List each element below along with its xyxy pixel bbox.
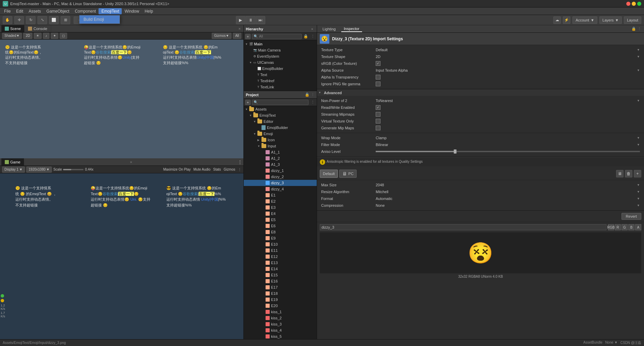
search-bar[interactable]: All — [233, 33, 241, 39]
aniso-slider[interactable] — [376, 151, 640, 152]
transform-tool-btn[interactable]: ⊞ — [61, 16, 70, 24]
menu-emojitext[interactable]: EmojiText — [99, 8, 122, 14]
proj-a1_1[interactable]: A1_1 — [244, 149, 317, 155]
hand-tool-btn[interactable]: ✋ — [3, 16, 12, 24]
audio-toggle[interactable]: ♪ — [43, 33, 49, 39]
proj-e11[interactable]: E11 — [244, 247, 317, 254]
revert-button[interactable]: Revert — [621, 213, 641, 220]
tab-game[interactable]: Game — [1, 158, 24, 165]
2d-toggle[interactable]: 2D — [23, 33, 32, 39]
proj-e15[interactable]: E15 — [244, 272, 317, 278]
hierarchy-options[interactable]: ⋮ — [310, 34, 315, 39]
fx-toggle[interactable]: ✦ — [51, 33, 58, 39]
services-icon[interactable]: ⚡ — [563, 16, 570, 24]
proj-e20[interactable]: E20 — [244, 303, 317, 309]
tab-console[interactable]: Console — [25, 25, 51, 32]
hierarchy-search[interactable]: 🔍 All — [252, 34, 302, 39]
menu-component[interactable]: Component — [72, 8, 99, 14]
proj-e17[interactable]: E17 — [244, 284, 317, 290]
platform-pc-btn[interactable]: 🖥 PC — [339, 170, 357, 178]
tab-lighting[interactable]: Lighting — [320, 26, 339, 32]
proj-dizzy_2[interactable]: dizzy_2 — [244, 174, 317, 180]
srgb-checkbox[interactable]: ✓ — [376, 61, 380, 66]
inspector-options[interactable]: ⋮ — [638, 27, 641, 31]
scene-panel-close[interactable]: × — [237, 27, 242, 31]
hierarchy-lock-icon[interactable]: 🔒 — [303, 34, 309, 39]
project-options[interactable]: ⋮ — [311, 92, 315, 97]
proj-e10[interactable]: E10 — [244, 241, 317, 247]
proj-kiss4[interactable]: kiss_4 — [244, 327, 317, 333]
hierarchy-eventsystem[interactable]: ⚙ EventSystem — [244, 53, 317, 59]
project-lock-icon[interactable]: 🔒 — [305, 92, 310, 97]
proj-e6[interactable]: E6 — [244, 223, 317, 229]
channel-rgb-btn[interactable]: RGB — [608, 224, 614, 230]
hierarchy-emojibuilder[interactable]: ⬜ EmojiBuilder — [244, 66, 317, 72]
hidden-layers-toggle[interactable]: ◻ — [60, 33, 67, 39]
scale-slider[interactable] — [63, 169, 84, 170]
hierarchy-texthref[interactable]: T TextHref — [244, 78, 317, 84]
gizmos-game-btn[interactable]: Gizmos — [224, 168, 235, 171]
hierarchy-text[interactable]: T Text — [244, 72, 317, 78]
proj-emoji-folder[interactable]: ▼ Emoji — [244, 131, 317, 137]
proj-kiss3[interactable]: kiss_3 — [244, 321, 317, 327]
tab-scene[interactable]: Scene — [1, 25, 25, 32]
proj-kiss1[interactable]: kiss_1 — [244, 309, 317, 315]
asset-bundle-dropdown[interactable]: None ▼ — [605, 341, 618, 345]
proj-kiss2[interactable]: kiss_2 — [244, 315, 317, 321]
project-search[interactable]: 🔍 — [252, 100, 309, 105]
hierarchy-textlink[interactable]: T TextLink — [244, 84, 317, 90]
proj-e18[interactable]: E18 — [244, 290, 317, 297]
account-dropdown[interactable]: Account ▼ — [572, 16, 597, 24]
proj-emojitext-folder[interactable]: ▼ EmojiText — [244, 112, 317, 118]
proj-dizzy_4[interactable]: dizzy_4 — [244, 186, 317, 192]
format-value[interactable]: Automatic — [376, 197, 637, 201]
proj-kiss5[interactable]: kiss_5 — [244, 333, 317, 340]
compression-value[interactable]: None — [376, 203, 637, 207]
alpha-source-value[interactable]: Input Texture Alpha — [376, 68, 637, 72]
inspector-lock-icon[interactable]: 🔒 — [631, 27, 636, 31]
channel-r-btn[interactable]: R — [615, 224, 621, 230]
menu-assets[interactable]: Assets — [26, 8, 44, 14]
proj-e3[interactable]: E3 — [244, 204, 317, 211]
proj-editor-folder[interactable]: ▼ Editor — [244, 118, 317, 125]
hierarchy-main-scene[interactable]: ▼ 🎬 Main — [244, 41, 317, 47]
pause-btn[interactable]: ⏸ — [246, 16, 255, 24]
texture-type-value[interactable]: Default — [376, 48, 637, 52]
ignore-png-checkbox[interactable] — [376, 82, 380, 86]
resize-algo-value[interactable]: Mitchell — [376, 190, 637, 194]
proj-e16[interactable]: E16 — [244, 278, 317, 284]
max-on-play-btn[interactable]: Maximize On Play — [163, 168, 191, 171]
rect-tool-btn[interactable]: ⬜ — [49, 16, 59, 24]
generate-mip-checkbox[interactable] — [376, 126, 380, 130]
texture-name-input[interactable] — [320, 224, 606, 230]
game-panel-options[interactable]: ⋮ — [238, 160, 242, 164]
project-add-btn[interactable]: + — [245, 100, 251, 105]
build-emoji-item[interactable]: Build Emoji — [79, 15, 120, 24]
streaming-checkbox[interactable] — [376, 112, 380, 117]
hierarchy-close[interactable]: × — [310, 27, 315, 31]
proj-a1_3[interactable]: A1_3 — [244, 161, 317, 168]
mute-audio-btn[interactable]: Mute Audio — [193, 168, 210, 171]
project-options2[interactable]: ⋮ — [310, 100, 315, 105]
menu-edit[interactable]: Edit — [13, 8, 26, 14]
menu-gameobject[interactable]: GameObject — [44, 8, 72, 14]
move-tool-btn[interactable]: ✛ — [14, 16, 24, 24]
layers-dropdown[interactable]: Layers ▼ — [599, 16, 622, 24]
max-size-value[interactable]: 2048 — [376, 183, 637, 187]
proj-e13[interactable]: E13 — [244, 260, 317, 266]
filter-mode-value[interactable]: Bilinear — [376, 143, 637, 147]
platform-add-icon[interactable]: + — [634, 170, 641, 177]
menu-window[interactable]: Window — [122, 8, 142, 14]
proj-e5[interactable]: E5 — [244, 217, 317, 223]
resolution-selector[interactable]: 1920x1080 ▼ — [26, 167, 52, 173]
proj-assets[interactable]: ▼ Assets — [244, 106, 317, 112]
scale-tool-btn[interactable]: ⤡ — [38, 16, 47, 24]
texture-shape-value[interactable]: 2D — [376, 55, 637, 59]
proj-e9[interactable]: E9 — [244, 235, 317, 241]
hierarchy-add-btn[interactable]: + — [245, 34, 251, 39]
hierarchy-uicanvas[interactable]: ▼ ▭ UICanvas — [244, 59, 317, 66]
hierarchy-main-camera[interactable]: 📷 Main Camera — [244, 47, 317, 53]
proj-dizzy_3[interactable]: dizzy_3 — [244, 180, 317, 186]
proj-e19[interactable]: E19 — [244, 297, 317, 303]
proj-e12[interactable]: E12 — [244, 254, 317, 260]
